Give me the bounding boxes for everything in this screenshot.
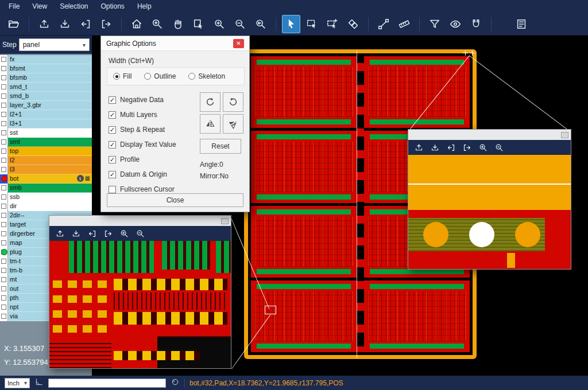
- layer-name-cell[interactable]: l3+1: [8, 119, 92, 128]
- layer-name-cell[interactable]: layer_3.gbr: [8, 101, 92, 110]
- layer-checkbox-cell[interactable]: [0, 128, 8, 138]
- mirror-horizontal-button[interactable]: [200, 114, 220, 134]
- layer-checkbox[interactable]: [1, 93, 6, 99]
- layer-row[interactable]: layer_3.gbr: [0, 101, 92, 110]
- layer-checkbox-cell[interactable]: [0, 101, 8, 110]
- layer-checkbox[interactable]: [1, 194, 6, 200]
- layer-checkbox[interactable]: [1, 149, 6, 154]
- layer-checkbox[interactable]: [1, 66, 6, 71]
- layer-row[interactable]: top: [0, 147, 92, 156]
- layer-checkbox-cell[interactable]: [0, 303, 8, 312]
- magnifier-titlebar[interactable]: [408, 130, 571, 140]
- tray-arrow-left-icon[interactable]: [87, 229, 97, 239]
- layer-row[interactable]: ssb: [0, 193, 92, 202]
- select-rect-button[interactable]: [303, 15, 321, 33]
- layer-checkbox[interactable]: [1, 57, 6, 62]
- magnifier-view[interactable]: [408, 155, 571, 269]
- layer-name-cell[interactable]: l2: [8, 156, 92, 165]
- layer-checkbox-cell[interactable]: [0, 174, 8, 184]
- zoom-region-button[interactable]: [148, 15, 167, 33]
- display-option-checkbox[interactable]: ✓ Display Text Value: [109, 137, 195, 152]
- magnifier-window-1[interactable]: [49, 215, 231, 369]
- layer-checkbox[interactable]: [1, 305, 6, 310]
- layer-checkbox[interactable]: [1, 158, 6, 163]
- fill-mode-radio[interactable]: Fill: [113, 72, 131, 80]
- close-button[interactable]: Close: [107, 193, 243, 207]
- layer-checkbox-cell[interactable]: [0, 156, 8, 165]
- layer-checkbox-cell[interactable]: [0, 312, 8, 321]
- magnifier-view[interactable]: [49, 241, 231, 368]
- tray-arrow-up-icon[interactable]: [414, 143, 424, 153]
- zoom-in-icon[interactable]: [478, 143, 488, 153]
- tray-arrow-up-icon[interactable]: [55, 229, 65, 239]
- board[interactable]: [251, 280, 357, 352]
- layer-row[interactable]: l3+1: [0, 119, 92, 128]
- board[interactable]: [251, 206, 357, 278]
- layer-name-cell[interactable]: sst: [8, 128, 92, 138]
- dialog-titlebar[interactable]: Graphic Options ✕: [101, 36, 249, 51]
- layer-checkbox-cell[interactable]: [0, 220, 8, 229]
- highlight-button[interactable]: [446, 15, 465, 33]
- layer-row[interactable]: l2: [0, 156, 92, 165]
- layer-checkbox[interactable]: [1, 277, 6, 282]
- menu-item[interactable]: File: [2, 0, 26, 13]
- layer-name-cell[interactable]: top: [8, 147, 92, 156]
- layer-checkbox[interactable]: [1, 240, 6, 245]
- layer-checkbox-cell[interactable]: [0, 284, 8, 294]
- layer-checkbox[interactable]: [1, 185, 6, 190]
- tray-arrow-down-icon[interactable]: [71, 229, 81, 239]
- window-minimize-button[interactable]: [221, 218, 229, 224]
- display-option-checkbox[interactable]: ✓ Profile: [109, 152, 195, 167]
- layer-name-cell[interactable]: smd_b: [8, 92, 92, 101]
- zoom-previous-button[interactable]: [252, 15, 270, 33]
- window-minimize-button[interactable]: [561, 132, 568, 138]
- layer-checkbox[interactable]: [1, 268, 6, 273]
- layer-checkbox-cell[interactable]: [0, 73, 8, 83]
- layer-checkbox[interactable]: [1, 84, 6, 89]
- import-up-button[interactable]: [35, 15, 53, 33]
- layer-row[interactable]: sst: [0, 128, 92, 138]
- layer-checkbox[interactable]: [1, 112, 6, 117]
- layer-checkbox-cell[interactable]: [0, 266, 8, 275]
- layer-checkbox-cell[interactable]: [0, 193, 8, 202]
- layer-checkbox-cell[interactable]: [0, 184, 8, 193]
- measure-button[interactable]: [374, 15, 393, 33]
- zoom-out-icon[interactable]: [136, 229, 145, 239]
- display-option-checkbox[interactable]: ✓ Negative Data: [109, 92, 195, 107]
- menu-item[interactable]: View: [26, 0, 53, 13]
- mirror-diagonal-button[interactable]: [223, 114, 243, 134]
- layer-checkbox-cell[interactable]: [0, 147, 8, 156]
- layer-checkbox[interactable]: [1, 121, 6, 126]
- layer-checkbox[interactable]: [1, 167, 6, 172]
- layer-row[interactable]: fx: [0, 55, 92, 64]
- tray-arrow-left-icon[interactable]: [446, 143, 456, 153]
- board[interactable]: [364, 56, 470, 128]
- layer-checkbox-cell[interactable]: [0, 211, 8, 220]
- layer-checkbox[interactable]: [1, 286, 6, 291]
- magnifier-window-2[interactable]: [408, 129, 571, 270]
- layer-checkbox[interactable]: [1, 204, 6, 209]
- home-view-button[interactable]: [127, 15, 146, 33]
- layer-checkbox-cell[interactable]: [0, 294, 8, 303]
- tray-arrow-right-icon[interactable]: [103, 229, 113, 239]
- ruler-button[interactable]: [395, 15, 413, 33]
- dialog-close-icon[interactable]: ✕: [233, 39, 244, 48]
- select-group-button[interactable]: [323, 15, 342, 33]
- menu-item[interactable]: Options: [95, 0, 131, 13]
- zoom-out-button[interactable]: [231, 15, 249, 33]
- rotate-ccw-button[interactable]: [223, 92, 243, 112]
- layer-checkbox[interactable]: [1, 213, 6, 218]
- layer-name-cell[interactable]: ssb: [8, 193, 92, 202]
- magnifier-titlebar[interactable]: [49, 216, 231, 226]
- layer-name-cell[interactable]: l2+1: [8, 110, 92, 119]
- board[interactable]: [251, 56, 357, 128]
- layer-row[interactable]: smt: [0, 138, 92, 147]
- layer-name-cell[interactable]: bfsmt: [8, 64, 92, 73]
- board[interactable]: [364, 280, 470, 352]
- layer-row[interactable]: smd_b: [0, 92, 92, 101]
- layer-checkbox-cell[interactable]: [0, 64, 8, 73]
- fill-mode-radio[interactable]: Skeleton: [188, 72, 225, 80]
- layer-checkbox[interactable]: [1, 314, 6, 319]
- layer-row[interactable]: bot 1 ▦: [0, 174, 92, 184]
- select-object-button[interactable]: [189, 15, 208, 33]
